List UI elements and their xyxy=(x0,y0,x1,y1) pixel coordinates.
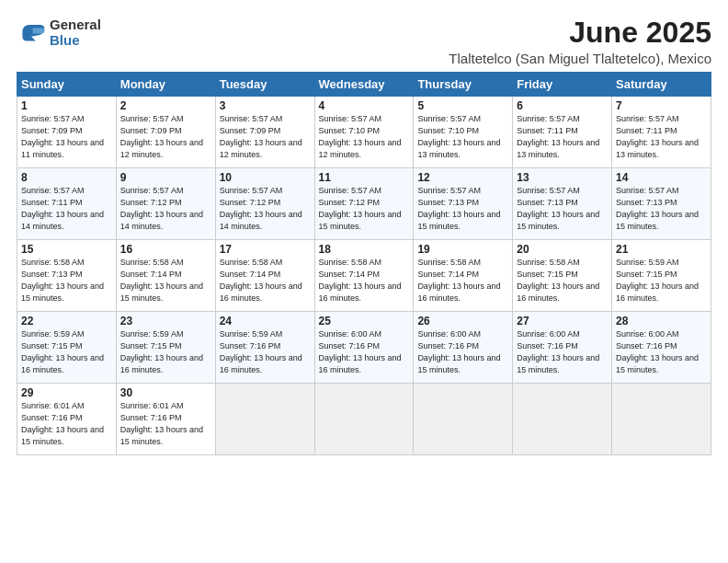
empty-cell xyxy=(414,384,513,455)
day-info: Sunrise: 6:01 AM Sunset: 7:16 PM Dayligh… xyxy=(120,400,211,448)
week-row-3: 15Sunrise: 5:58 AM Sunset: 7:13 PM Dayli… xyxy=(17,240,711,312)
day-info: Sunrise: 5:58 AM Sunset: 7:14 PM Dayligh… xyxy=(417,257,508,304)
day-cell-3: 3Sunrise: 5:57 AM Sunset: 7:09 PM Daylig… xyxy=(215,97,314,168)
day-info: Sunrise: 5:57 AM Sunset: 7:10 PM Dayligh… xyxy=(417,113,508,161)
day-number: 20 xyxy=(517,243,608,256)
day-number: 18 xyxy=(319,243,410,256)
day-number: 24 xyxy=(220,315,311,327)
title-block: June 2025 Tlaltetelco (San Miguel Tlalte… xyxy=(449,17,711,66)
day-cell-2: 2Sunrise: 5:57 AM Sunset: 7:09 PM Daylig… xyxy=(116,97,215,168)
day-info: Sunrise: 5:57 AM Sunset: 7:11 PM Dayligh… xyxy=(616,113,707,161)
day-number: 3 xyxy=(220,99,311,112)
logo-icon xyxy=(17,17,46,47)
day-cell-28: 28Sunrise: 6:00 AM Sunset: 7:16 PM Dayli… xyxy=(612,312,711,384)
empty-cell xyxy=(215,384,314,455)
day-cell-25: 25Sunrise: 6:00 AM Sunset: 7:16 PM Dayli… xyxy=(314,312,414,384)
day-info: Sunrise: 6:00 AM Sunset: 7:16 PM Dayligh… xyxy=(417,328,508,376)
day-number: 30 xyxy=(120,386,211,399)
empty-cell xyxy=(314,384,414,455)
day-cell-8: 8Sunrise: 5:57 AM Sunset: 7:11 PM Daylig… xyxy=(17,168,117,240)
day-info: Sunrise: 6:00 AM Sunset: 7:16 PM Dayligh… xyxy=(319,328,410,376)
day-cell-12: 12Sunrise: 5:57 AM Sunset: 7:13 PM Dayli… xyxy=(414,168,513,240)
day-cell-19: 19Sunrise: 5:58 AM Sunset: 7:14 PM Dayli… xyxy=(414,240,513,312)
col-saturday: Saturday xyxy=(612,73,711,97)
day-cell-9: 9Sunrise: 5:57 AM Sunset: 7:12 PM Daylig… xyxy=(116,168,215,240)
day-info: Sunrise: 5:57 AM Sunset: 7:12 PM Dayligh… xyxy=(220,185,311,233)
day-cell-21: 21Sunrise: 5:59 AM Sunset: 7:15 PM Dayli… xyxy=(612,240,711,312)
day-cell-16: 16Sunrise: 5:58 AM Sunset: 7:14 PM Dayli… xyxy=(116,240,215,312)
day-info: Sunrise: 5:57 AM Sunset: 7:11 PM Dayligh… xyxy=(21,185,112,233)
col-friday: Friday xyxy=(513,73,612,97)
day-cell-17: 17Sunrise: 5:58 AM Sunset: 7:14 PM Dayli… xyxy=(215,240,314,312)
day-info: Sunrise: 5:58 AM Sunset: 7:14 PM Dayligh… xyxy=(220,257,311,304)
day-number: 19 xyxy=(417,243,508,256)
day-cell-18: 18Sunrise: 5:58 AM Sunset: 7:14 PM Dayli… xyxy=(314,240,414,312)
day-info: Sunrise: 5:59 AM Sunset: 7:15 PM Dayligh… xyxy=(120,328,211,376)
week-row-5: 29Sunrise: 6:01 AM Sunset: 7:16 PM Dayli… xyxy=(17,384,711,455)
day-info: Sunrise: 5:57 AM Sunset: 7:11 PM Dayligh… xyxy=(517,113,608,161)
day-cell-23: 23Sunrise: 5:59 AM Sunset: 7:15 PM Dayli… xyxy=(116,312,215,384)
day-cell-20: 20Sunrise: 5:58 AM Sunset: 7:15 PM Dayli… xyxy=(513,240,612,312)
day-number: 26 xyxy=(417,315,508,327)
day-cell-13: 13Sunrise: 5:57 AM Sunset: 7:13 PM Dayli… xyxy=(513,168,612,240)
day-number: 12 xyxy=(417,171,508,184)
col-tuesday: Tuesday xyxy=(215,73,314,97)
day-number: 10 xyxy=(220,171,311,184)
day-number: 17 xyxy=(220,243,311,256)
empty-cell xyxy=(513,384,612,455)
day-info: Sunrise: 5:57 AM Sunset: 7:12 PM Dayligh… xyxy=(120,185,211,233)
page: General Blue June 2025 Tlaltetelco (San … xyxy=(0,0,728,465)
day-cell-14: 14Sunrise: 5:57 AM Sunset: 7:13 PM Dayli… xyxy=(612,168,711,240)
header: General Blue June 2025 Tlaltetelco (San … xyxy=(17,17,711,66)
day-info: Sunrise: 6:01 AM Sunset: 7:16 PM Dayligh… xyxy=(21,400,112,448)
day-number: 25 xyxy=(319,315,410,327)
day-cell-5: 5Sunrise: 5:57 AM Sunset: 7:10 PM Daylig… xyxy=(414,97,513,168)
week-row-2: 8Sunrise: 5:57 AM Sunset: 7:11 PM Daylig… xyxy=(17,168,711,240)
day-cell-30: 30Sunrise: 6:01 AM Sunset: 7:16 PM Dayli… xyxy=(116,384,215,455)
day-number: 23 xyxy=(120,315,211,327)
day-cell-7: 7Sunrise: 5:57 AM Sunset: 7:11 PM Daylig… xyxy=(612,97,711,168)
day-number: 14 xyxy=(616,171,707,184)
day-number: 2 xyxy=(120,99,211,112)
day-number: 21 xyxy=(616,243,707,256)
logo-line2: Blue xyxy=(50,32,101,48)
day-number: 6 xyxy=(517,99,608,112)
day-info: Sunrise: 5:57 AM Sunset: 7:09 PM Dayligh… xyxy=(120,113,211,161)
day-number: 13 xyxy=(517,171,608,184)
day-info: Sunrise: 5:58 AM Sunset: 7:14 PM Dayligh… xyxy=(319,257,410,304)
col-wednesday: Wednesday xyxy=(314,73,414,97)
day-info: Sunrise: 5:57 AM Sunset: 7:13 PM Dayligh… xyxy=(616,185,707,233)
month-title: June 2025 xyxy=(449,17,711,49)
week-row-4: 22Sunrise: 5:59 AM Sunset: 7:15 PM Dayli… xyxy=(17,312,711,384)
logo-text: General Blue xyxy=(50,17,101,48)
day-info: Sunrise: 5:57 AM Sunset: 7:12 PM Dayligh… xyxy=(319,185,410,233)
day-info: Sunrise: 5:57 AM Sunset: 7:13 PM Dayligh… xyxy=(417,185,508,233)
day-info: Sunrise: 5:57 AM Sunset: 7:13 PM Dayligh… xyxy=(517,185,608,233)
col-thursday: Thursday xyxy=(414,73,513,97)
day-number: 29 xyxy=(21,386,112,399)
col-monday: Monday xyxy=(116,73,215,97)
empty-cell xyxy=(612,384,711,455)
day-number: 28 xyxy=(616,315,707,327)
day-number: 9 xyxy=(120,171,211,184)
day-info: Sunrise: 5:58 AM Sunset: 7:14 PM Dayligh… xyxy=(120,257,211,304)
day-cell-11: 11Sunrise: 5:57 AM Sunset: 7:12 PM Dayli… xyxy=(314,168,414,240)
day-cell-26: 26Sunrise: 6:00 AM Sunset: 7:16 PM Dayli… xyxy=(414,312,513,384)
day-number: 27 xyxy=(517,315,608,327)
day-info: Sunrise: 5:59 AM Sunset: 7:15 PM Dayligh… xyxy=(21,328,112,376)
day-info: Sunrise: 5:59 AM Sunset: 7:16 PM Dayligh… xyxy=(220,328,311,376)
day-cell-6: 6Sunrise: 5:57 AM Sunset: 7:11 PM Daylig… xyxy=(513,97,612,168)
day-cell-24: 24Sunrise: 5:59 AM Sunset: 7:16 PM Dayli… xyxy=(215,312,314,384)
calendar-table: Sunday Monday Tuesday Wednesday Thursday… xyxy=(17,72,711,455)
day-number: 8 xyxy=(21,171,112,184)
logo: General Blue xyxy=(17,17,101,48)
logo-line1: General xyxy=(50,17,101,32)
day-info: Sunrise: 5:58 AM Sunset: 7:15 PM Dayligh… xyxy=(517,257,608,304)
location-title: Tlaltetelco (San Miguel Tlaltetelco), Me… xyxy=(449,51,711,66)
day-cell-10: 10Sunrise: 5:57 AM Sunset: 7:12 PM Dayli… xyxy=(215,168,314,240)
calendar-header-row: Sunday Monday Tuesday Wednesday Thursday… xyxy=(17,73,711,97)
day-number: 7 xyxy=(616,99,707,112)
day-number: 15 xyxy=(21,243,112,256)
day-number: 22 xyxy=(21,315,112,327)
day-number: 16 xyxy=(120,243,211,256)
